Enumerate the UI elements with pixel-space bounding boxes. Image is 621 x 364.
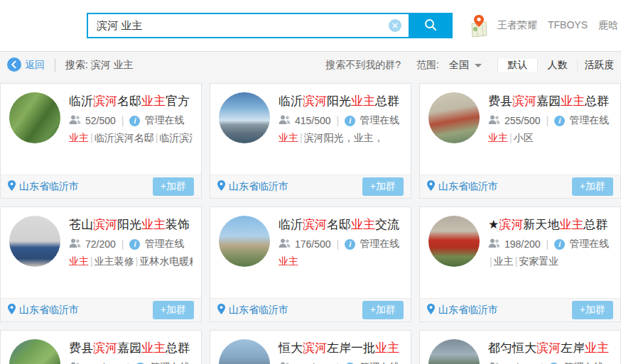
back-label: 返回 (25, 59, 45, 72)
group-avatar[interactable] (9, 339, 60, 364)
map-location-pin-icon[interactable] (469, 13, 489, 38)
group-location[interactable]: 山东省临沂市 (427, 180, 498, 193)
hot-link-3[interactable]: 鹿晗 (598, 19, 618, 32)
admin-status: 管理在线 (563, 361, 603, 364)
join-group-button[interactable]: +加群 (572, 301, 613, 319)
group-avatar[interactable] (428, 216, 480, 267)
back-button[interactable]: 返回 (7, 57, 45, 74)
group-card[interactable]: 都匀恒大滨河左岸业主 72/200 | i 管理在线 (419, 330, 621, 364)
join-group-button[interactable]: +加群 (153, 301, 194, 319)
group-title[interactable]: 临沂滨河阳光业主总群 (279, 92, 399, 110)
group-location[interactable]: 山东省临沂市 (8, 304, 79, 316)
group-avatar[interactable] (428, 92, 480, 143)
group-tags: 业主|小区 (488, 132, 609, 145)
card-text: 苍山滨河阳光业主装饰 72/200 | i 管理在线 业主|业主装修|亚林水电暖… (69, 216, 193, 268)
join-group-button[interactable]: +加群 (572, 177, 613, 196)
card-body: 临沂滨河名邸业主官方 52/500 | i 管理在线 业主|临沂滨河名邸|临沂滨… (1, 84, 201, 153)
group-title[interactable]: 临沂滨河名邸业主官方 (69, 92, 193, 110)
card-footer: 山东省临沂市 +加群 (420, 175, 620, 198)
search-input[interactable] (87, 13, 409, 38)
join-group-button[interactable]: +加群 (362, 301, 404, 319)
header: 王者荣耀 TFBOYS 鹿晗 (0, 0, 621, 51)
group-location[interactable]: 山东省临沂市 (217, 180, 288, 193)
card-body: 临沂滨河名邸业主交流 176/500 | i 管理在线 业主 (210, 207, 411, 277)
group-tags: 业主|业主装修|亚林水电暖精装|... (69, 255, 193, 268)
member-count: 176/500 (295, 238, 331, 250)
hot-link-1[interactable]: 王者荣耀 (497, 19, 537, 32)
group-card[interactable]: 恒大滨河左岸一批业主 143/500 | i 管理在线 (210, 330, 411, 364)
group-stats: 255/500 | i 管理在线 (488, 114, 609, 127)
card-text: 临沂滨河阳光业主总群 415/500 | i 管理在线 业主|滨河阳光，业主， (279, 92, 399, 145)
join-group-button-label: +加群 (370, 180, 396, 192)
people-icon (488, 238, 500, 250)
card-text: 临沂滨河名邸业主交流 176/500 | i 管理在线 业主 (279, 216, 399, 268)
stat-divider: | (335, 238, 341, 250)
range-label: 范围: (416, 59, 439, 72)
member-count: 52/500 (85, 115, 116, 126)
admin-status: 管理在线 (360, 361, 399, 364)
search-button[interactable] (409, 13, 453, 38)
member-count: 255/500 (504, 115, 541, 126)
map-pin-icon (8, 304, 16, 316)
card-text: 费县滨河嘉园业主总群 255/500 | i 管理在线 业主|小区 (488, 92, 609, 145)
member-count: 198/200 (504, 238, 541, 250)
member-count: 72/200 (85, 238, 116, 250)
group-card[interactable]: ★滨河新天地业主总群 198/200 | i 管理在线 |业主|安家置业 山 (419, 206, 621, 322)
card-text: 都匀恒大滨河左岸业主 72/200 | i 管理在线 (488, 339, 609, 364)
hot-link-2[interactable]: TFBOYS (548, 19, 588, 32)
group-avatar[interactable] (9, 216, 60, 267)
group-card[interactable]: 苍山滨河阳光业主装饰 72/200 | i 管理在线 业主|业主装修|亚林水电暖… (0, 206, 202, 322)
card-body: 费县滨河嘉园业主总群 255/500 | i 管理在线 业主|小区 (420, 84, 620, 153)
info-circle-icon: i (129, 239, 140, 250)
card-body: 都匀恒大滨河左岸业主 72/200 | i 管理在线 (420, 331, 620, 364)
toolbar-right: 搜索不到我的群? 范围: 全国 默认 人数 活跃度 (325, 52, 621, 79)
range-select[interactable]: 全国 (449, 59, 482, 72)
join-group-button-label: +加群 (161, 304, 186, 315)
join-group-button[interactable]: +加群 (362, 177, 404, 196)
group-location[interactable]: 山东省临沂市 (427, 304, 498, 316)
join-group-button-label: +加群 (370, 304, 396, 315)
map-pin-icon (427, 180, 435, 193)
group-title[interactable]: 苍山滨河阳光业主装饰 (69, 216, 193, 233)
group-card[interactable]: 临沂滨河阳光业主总群 415/500 | i 管理在线 业主|滨河阳光，业主， (210, 83, 411, 199)
group-card[interactable]: 费县滨河嘉园业主总群 255/500 | i 管理在线 业主|小区 山东省临 (419, 83, 621, 199)
group-title[interactable]: 费县滨河嘉园业主总群 (69, 339, 190, 357)
group-title[interactable]: 临沂滨河名邸业主交流 (279, 216, 399, 233)
group-title[interactable]: ★滨河新天地业主总群 (488, 216, 609, 233)
group-location-text: 山东省临沂市 (19, 180, 79, 193)
info-circle-icon: i (345, 239, 355, 250)
group-avatar[interactable] (219, 92, 270, 143)
group-location[interactable]: 山东省临沂市 (217, 304, 288, 316)
info-circle-icon: i (129, 116, 140, 126)
map-pin-icon (217, 304, 225, 316)
range-value: 全国 (449, 59, 469, 72)
admin-status: 管理在线 (569, 114, 609, 127)
tab-member-count[interactable]: 人数 (537, 59, 577, 72)
group-location-text: 山东省临沂市 (438, 180, 498, 193)
member-count: 415/500 (295, 115, 331, 126)
card-footer: 山东省临沂市 +加群 (210, 175, 411, 198)
group-avatar[interactable] (9, 92, 60, 143)
hot-search-links: 王者荣耀 TFBOYS 鹿晗 (497, 19, 618, 32)
join-group-button[interactable]: +加群 (153, 177, 194, 196)
group-avatar[interactable] (219, 339, 270, 364)
tab-activity[interactable]: 活跃度 (577, 59, 621, 72)
group-avatar[interactable] (219, 216, 270, 267)
group-title[interactable]: 恒大滨河左岸一批业主 (279, 339, 399, 357)
group-avatar[interactable] (428, 339, 480, 364)
group-card[interactable]: 临沂滨河名邸业主官方 52/500 | i 管理在线 业主|临沂滨河名邸|临沂滨… (0, 83, 202, 199)
group-card[interactable]: 临沂滨河名邸业主交流 176/500 | i 管理在线 业主 山东省临沂市 (210, 206, 411, 322)
card-body: 费县滨河嘉园业主总群 276/500 | i 管理在线 (1, 331, 201, 364)
group-title[interactable]: 都匀恒大滨河左岸业主 (488, 339, 609, 357)
group-title[interactable]: 费县滨河嘉园业主总群 (488, 92, 609, 110)
people-icon (69, 238, 81, 250)
card-footer: 山东省临沂市 +加群 (420, 298, 620, 321)
group-card[interactable]: 费县滨河嘉园业主总群 276/500 | i 管理在线 (0, 330, 202, 364)
tab-default[interactable]: 默认 (497, 59, 537, 72)
chevron-down-icon (475, 64, 482, 67)
group-stats: 72/200 | i 管理在线 (69, 238, 193, 250)
cant-find-group-link[interactable]: 搜索不到我的群? (325, 59, 401, 72)
group-stats: 176/500 | i 管理在线 (279, 238, 399, 250)
group-location[interactable]: 山东省临沂市 (8, 180, 79, 193)
group-stats: 52/500 | i 管理在线 (69, 114, 193, 127)
